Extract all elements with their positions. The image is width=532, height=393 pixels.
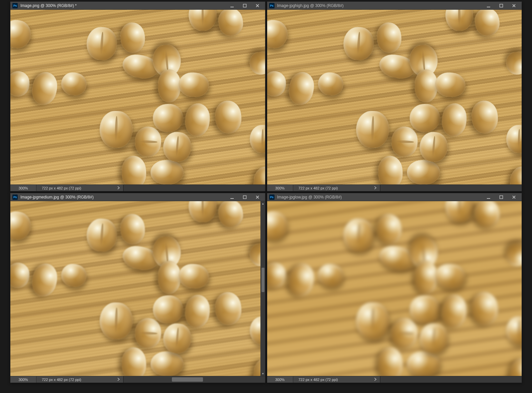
canvas-area[interactable]: ▴ ▾	[10, 10, 265, 184]
document-title: Image.png @ 300% (RGB/8#) *	[20, 3, 223, 8]
zoom-level-field[interactable]: 300%	[267, 185, 293, 191]
close-button[interactable]	[508, 193, 520, 201]
peanut	[407, 352, 440, 376]
photoshop-icon: Ps	[12, 3, 18, 8]
document-info[interactable]: 722 px x 482 px (72 ppi)	[293, 376, 380, 383]
document-window[interactable]: Ps Image-jpghigh.jpg @ 300% (RGB/8#) ▴ ▾…	[267, 1, 522, 191]
svg-rect-3	[500, 4, 503, 7]
svg-rect-0	[230, 7, 234, 7]
window-controls	[482, 193, 520, 201]
horizontal-scrollbar[interactable]	[123, 376, 265, 383]
image-canvas[interactable]	[10, 201, 265, 376]
peanut	[134, 317, 162, 349]
info-flyout-caret-icon[interactable]	[117, 186, 120, 190]
document-window[interactable]: Ps Image-jpgmedium.jpg @ 300% (RGB/8#) ▴…	[10, 193, 265, 383]
peanut	[415, 69, 437, 102]
peanut	[415, 261, 437, 294]
zoom-level-field[interactable]: 300%	[10, 376, 36, 383]
peanut	[150, 160, 184, 184]
maximize-button[interactable]	[238, 2, 251, 9]
info-flyout-caret-icon[interactable]	[374, 186, 377, 190]
document-title: Image-jpglow.jpg @ 300% (RGB/8#)	[277, 195, 480, 200]
peanut	[158, 69, 181, 102]
close-button[interactable]	[508, 2, 520, 9]
canvas-area[interactable]: ▴ ▾	[267, 201, 522, 376]
document-dimensions: 722 px x 482 px (72 ppi)	[42, 378, 81, 382]
statusbar: 300% 722 px x 482 px (72 ppi)	[267, 184, 522, 191]
image-canvas[interactable]	[267, 201, 522, 376]
svg-rect-5	[243, 195, 246, 199]
minimize-button[interactable]	[226, 193, 238, 201]
canvas-area[interactable]: ▴ ▾	[267, 10, 522, 184]
svg-rect-4	[230, 198, 234, 199]
maximize-button[interactable]	[238, 193, 251, 201]
document-dimensions: 722 px x 482 px (72 ppi)	[299, 378, 338, 382]
minimize-button[interactable]	[482, 193, 495, 201]
horizontal-scrollbar[interactable]	[380, 185, 522, 191]
vertical-scroll-thumb[interactable]	[261, 268, 264, 292]
window-controls	[226, 2, 264, 9]
document-info[interactable]: 722 px x 482 px (72 ppi)	[293, 185, 380, 191]
maximize-button[interactable]	[495, 193, 508, 201]
zoom-level-field[interactable]: 300%	[10, 185, 36, 191]
document-info[interactable]: 722 px x 482 px (72 ppi)	[36, 376, 123, 383]
minimize-button[interactable]	[226, 2, 238, 9]
window-controls	[482, 2, 520, 9]
peanut	[134, 126, 162, 157]
document-dimensions: 722 px x 482 px (72 ppi)	[42, 186, 81, 190]
horizontal-scrollbar[interactable]	[123, 185, 265, 191]
document-window[interactable]: Ps Image-jpglow.jpg @ 300% (RGB/8#) ▴ ▾ …	[267, 193, 522, 383]
peanut	[158, 261, 181, 294]
document-dimensions: 722 px x 482 px (72 ppi)	[299, 186, 338, 190]
photoshop-icon: Ps	[269, 3, 275, 8]
svg-rect-2	[487, 7, 490, 7]
peanut	[150, 352, 184, 376]
statusbar: 300% 722 px x 482 px (72 ppi)	[267, 376, 522, 383]
scroll-down-arrow[interactable]: ▾	[261, 371, 265, 376]
info-flyout-caret-icon[interactable]	[374, 378, 377, 382]
info-flyout-caret-icon[interactable]	[117, 378, 120, 382]
statusbar: 300% 722 px x 482 px (72 ppi)	[10, 376, 265, 383]
window-controls	[226, 193, 264, 201]
svg-rect-1	[243, 4, 246, 7]
vertical-scrollbar[interactable]: ▴ ▾	[260, 201, 265, 376]
titlebar[interactable]: Ps Image-jpgmedium.jpg @ 300% (RGB/8#)	[10, 193, 265, 201]
image-canvas[interactable]	[10, 10, 265, 184]
document-info[interactable]: 722 px x 482 px (72 ppi)	[36, 185, 123, 191]
horizontal-scrollbar[interactable]	[380, 376, 522, 383]
minimize-button[interactable]	[482, 2, 495, 9]
svg-rect-7	[500, 195, 503, 199]
titlebar[interactable]: Ps Image.png @ 300% (RGB/8#) *	[10, 2, 265, 10]
document-title: Image-jpgmedium.jpg @ 300% (RGB/8#)	[20, 195, 223, 200]
statusbar: 300% 722 px x 482 px (72 ppi)	[10, 184, 265, 191]
photoshop-icon: Ps	[269, 194, 275, 200]
peanut	[407, 160, 440, 184]
svg-rect-6	[487, 198, 490, 199]
image-canvas[interactable]	[267, 10, 522, 184]
document-window[interactable]: Ps Image.png @ 300% (RGB/8#) * ▴ ▾ 300% …	[10, 1, 265, 191]
scroll-up-arrow[interactable]: ▴	[261, 201, 265, 206]
canvas-area[interactable]: ▴ ▾	[10, 201, 265, 376]
maximize-button[interactable]	[495, 2, 508, 9]
horizontal-scroll-thumb[interactable]	[172, 377, 203, 382]
document-title: Image-jpghigh.jpg @ 300% (RGB/8#)	[277, 3, 480, 8]
titlebar[interactable]: Ps Image-jpglow.jpg @ 300% (RGB/8#)	[267, 193, 522, 201]
photoshop-icon: Ps	[12, 194, 18, 200]
zoom-level-field[interactable]: 300%	[267, 376, 293, 383]
close-button[interactable]	[251, 193, 264, 201]
titlebar[interactable]: Ps Image-jpghigh.jpg @ 300% (RGB/8#)	[267, 2, 522, 10]
close-button[interactable]	[251, 2, 264, 9]
